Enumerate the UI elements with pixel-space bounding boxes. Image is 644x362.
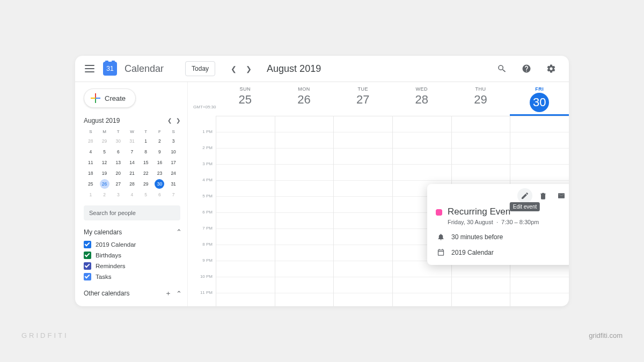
hour-label: 8 PM xyxy=(202,242,213,247)
mini-day[interactable]: 29 xyxy=(141,179,151,189)
day-column[interactable] xyxy=(333,116,392,306)
mini-calendar-title: August 2019 xyxy=(84,117,166,124)
day-column[interactable] xyxy=(275,116,334,306)
event-color-icon xyxy=(436,209,442,216)
mini-day[interactable]: 4 xyxy=(127,190,137,200)
calendar-item[interactable]: Reminders xyxy=(84,261,182,271)
mini-dow: M xyxy=(98,128,112,136)
hour-label: 10 PM xyxy=(200,274,213,279)
header: 31 Calendar Today ❮ ❯ August 2019 xyxy=(75,56,569,82)
mini-day[interactable]: 23 xyxy=(155,168,164,178)
hour-label: 7 PM xyxy=(202,226,213,231)
day-header[interactable]: THU29 xyxy=(451,82,510,116)
menu-icon[interactable] xyxy=(85,64,94,73)
mini-day[interactable]: 7 xyxy=(127,147,137,157)
mini-day[interactable]: 15 xyxy=(141,158,151,167)
calendar-icon xyxy=(437,248,445,256)
day-header[interactable]: SUN25 xyxy=(216,82,275,116)
next-arrow-icon[interactable]: ❯ xyxy=(242,62,255,75)
mini-day[interactable]: 10 xyxy=(169,147,178,157)
mini-day[interactable]: 29 xyxy=(100,136,109,146)
calendar-item[interactable]: Birthdays xyxy=(84,250,182,261)
mini-day[interactable]: 5 xyxy=(100,147,109,157)
hour-label: 9 PM xyxy=(202,258,213,263)
mini-day[interactable]: 14 xyxy=(127,158,137,167)
mini-day[interactable]: 6 xyxy=(113,147,123,157)
mini-day[interactable]: 11 xyxy=(86,158,96,167)
day-number: 27 xyxy=(333,93,392,107)
search-icon[interactable] xyxy=(496,63,508,75)
chevron-up-icon[interactable]: ⌃ xyxy=(176,228,182,236)
email-guests-button[interactable] xyxy=(554,188,569,203)
day-number: 30 xyxy=(530,93,549,112)
mini-day[interactable]: 4 xyxy=(86,147,96,157)
mini-day[interactable]: 30 xyxy=(113,136,123,146)
day-of-week-label: WED xyxy=(392,86,451,92)
edit-event-button[interactable]: Edit event xyxy=(517,188,532,203)
mini-day[interactable]: 2 xyxy=(155,136,164,146)
popup-calendar-text: 2019 Calendar xyxy=(451,249,494,256)
mini-day[interactable]: 31 xyxy=(169,179,178,189)
checkbox-icon[interactable] xyxy=(84,252,91,259)
day-column[interactable] xyxy=(216,116,275,306)
mini-day[interactable]: 5 xyxy=(141,190,151,200)
mini-day[interactable]: 22 xyxy=(141,168,151,178)
mini-day[interactable]: 31 xyxy=(127,136,137,146)
add-calendar-icon[interactable]: ＋ xyxy=(165,289,172,298)
mini-day[interactable]: 12 xyxy=(100,158,109,167)
checkbox-icon[interactable] xyxy=(84,273,91,280)
day-header[interactable]: WED28 xyxy=(392,82,451,116)
mini-dow: F xyxy=(153,128,167,136)
mini-day[interactable]: 2 xyxy=(100,190,109,200)
mini-day[interactable]: 28 xyxy=(127,179,137,189)
mini-day[interactable]: 18 xyxy=(86,168,96,178)
other-calendars-heading: Other calendars xyxy=(84,290,129,297)
hour-label: 3 PM xyxy=(202,161,213,166)
day-number: 29 xyxy=(451,93,510,107)
calendar-item[interactable]: 2019 Calendar xyxy=(84,239,182,250)
popup-event-datetime: Friday, 30 August · 7:30 – 8:30pm xyxy=(448,219,539,225)
day-header[interactable]: FRI30 xyxy=(510,82,569,116)
mini-day[interactable]: 24 xyxy=(169,168,178,178)
mini-day[interactable]: 25 xyxy=(86,179,96,189)
mini-day[interactable]: 9 xyxy=(155,147,164,157)
mini-day[interactable]: 7 xyxy=(169,190,178,200)
mini-day[interactable]: 8 xyxy=(141,147,151,157)
today-button[interactable]: Today xyxy=(185,61,215,76)
checkbox-icon[interactable] xyxy=(84,262,91,270)
mini-day[interactable]: 1 xyxy=(141,136,151,146)
mini-day[interactable]: 19 xyxy=(100,168,109,178)
mini-day[interactable]: 26 xyxy=(100,179,109,189)
mini-day[interactable]: 30 xyxy=(155,179,164,189)
mini-day[interactable]: 1 xyxy=(86,190,96,200)
calendar-item-label: Reminders xyxy=(96,263,126,269)
search-people-input[interactable]: Search for people xyxy=(84,205,180,220)
mini-day[interactable]: 6 xyxy=(155,190,164,200)
mini-prev-icon[interactable]: ❮ xyxy=(166,116,173,124)
mini-day[interactable]: 27 xyxy=(113,179,123,189)
chevron-up-icon[interactable]: ⌃ xyxy=(176,290,182,298)
calendar-week-view: GMT+05:30 SUN25MON26TUE27WED28THU29FRI30… xyxy=(188,82,569,306)
prev-arrow-icon[interactable]: ❮ xyxy=(227,62,240,75)
mini-next-icon[interactable]: ❯ xyxy=(174,116,182,124)
mini-day[interactable]: 17 xyxy=(169,158,178,167)
mini-day[interactable]: 3 xyxy=(169,136,178,146)
day-header[interactable]: TUE27 xyxy=(333,82,392,116)
mini-day[interactable]: 28 xyxy=(86,136,96,146)
day-header[interactable]: MON26 xyxy=(275,82,334,116)
day-number: 28 xyxy=(392,93,451,107)
mini-day[interactable]: 3 xyxy=(113,190,123,200)
create-button[interactable]: Create xyxy=(84,88,136,108)
delete-event-button[interactable] xyxy=(536,188,551,203)
calendar-item[interactable]: Tasks xyxy=(84,271,182,282)
day-of-week-label: FRI xyxy=(510,86,569,92)
mini-day[interactable]: 20 xyxy=(113,168,123,178)
settings-icon[interactable] xyxy=(545,63,557,75)
popup-calendar-row: 2019 Calendar xyxy=(436,248,569,256)
mini-calendar: SMTWTFS 28293031123456789101112131415161… xyxy=(84,128,180,200)
checkbox-icon[interactable] xyxy=(84,241,91,248)
mini-day[interactable]: 13 xyxy=(113,158,123,167)
mini-day[interactable]: 16 xyxy=(155,158,164,167)
help-icon[interactable] xyxy=(521,63,532,75)
mini-day[interactable]: 21 xyxy=(127,168,137,178)
